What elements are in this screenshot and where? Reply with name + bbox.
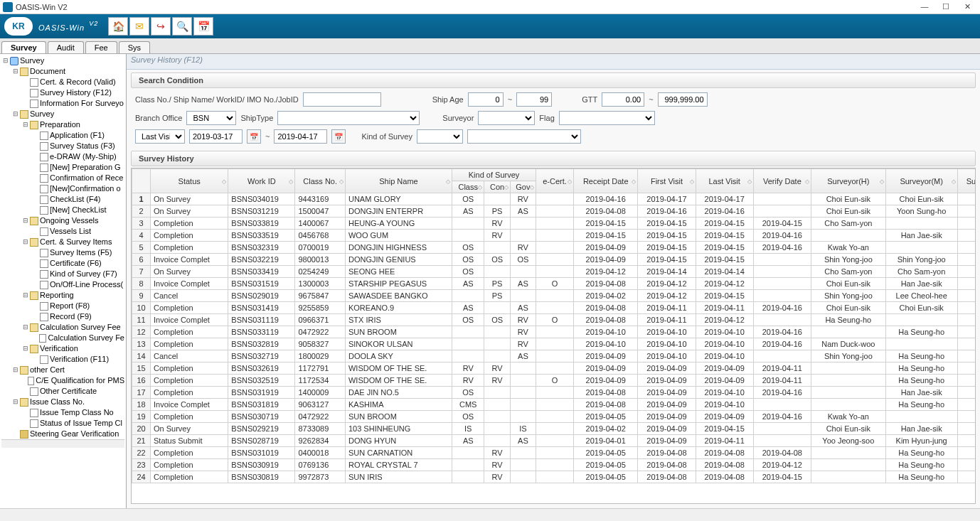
branch-select[interactable]: BSN [186, 111, 236, 125]
col-gov[interactable]: Gov◇ [510, 181, 536, 193]
tree-item[interactable]: Certificate (F6) [33, 258, 124, 269]
col-sj[interactable]: Surveyor(J)◇ [957, 169, 976, 193]
date-to-input[interactable] [274, 129, 327, 144]
col-kind-group[interactable]: Kind of Survey [452, 169, 536, 181]
col-classno[interactable]: Class No.◇ [295, 169, 346, 193]
col-receipt[interactable]: Receipt Date◇ [574, 169, 638, 193]
calendar-icon[interactable]: 📅 [193, 17, 213, 36]
tree-item[interactable]: Application (F1) [33, 130, 124, 141]
tree-other[interactable]: other Cert [13, 365, 124, 375]
exit-icon[interactable]: ↪ [151, 17, 171, 36]
gtt-from-input[interactable] [602, 92, 644, 107]
table-row[interactable]: 18Invoice CompletBSNS0318199063127KASHIM… [132, 399, 976, 411]
table-row[interactable]: 14CancelBSNS0327191800029DOOLA SKYAS2019… [132, 350, 976, 362]
tree-item[interactable]: Vessels List [33, 226, 124, 237]
tree-calc[interactable]: Calculation Survey Fee [23, 322, 124, 333]
tree-item[interactable]: Kind of Survey (F7) [33, 269, 124, 279]
tree-survey-root[interactable]: Survey [3, 55, 124, 66]
table-row[interactable]: 21Status SubmitBSNS0287199262834DONG HYU… [132, 435, 976, 447]
col-class[interactable]: Class◇ [452, 181, 484, 193]
table-row[interactable]: 6Invoice CompletBSNS0322199800013DONGJIN… [132, 254, 976, 266]
tree-item[interactable]: [New] CheckList [33, 205, 124, 215]
tree-item[interactable]: On/Off-Line Process( [33, 279, 124, 290]
tree-item[interactable]: Survey History (F12) [23, 87, 124, 98]
table-row[interactable]: 9CancelBSNS0290199675847SAWASDEE BANGKOP… [132, 290, 976, 302]
col-verify[interactable]: Verify Date◇ [753, 169, 811, 193]
table-row[interactable]: 4CompletionBSNS0335190456768WOO GUMRV201… [132, 230, 976, 242]
tab-fee[interactable]: Fee [85, 41, 117, 53]
table-row[interactable]: 7On SurveyBSNS0334190254249SEONG HEEOS20… [132, 266, 976, 278]
tree-item[interactable]: Information For Surveyo [23, 98, 124, 109]
tree-item[interactable]: Report (F8) [33, 301, 124, 311]
table-row[interactable]: 11Invoice CompletBSNS0311190966371STX IR… [132, 314, 976, 326]
date-from-input[interactable] [189, 129, 243, 144]
visit-select[interactable]: Last Visit [135, 129, 185, 144]
nav-tree[interactable]: Survey Document Cert. & Record (Valid)Su… [0, 54, 127, 508]
tree-survey[interactable]: Survey [13, 109, 124, 119]
shipage-from-input[interactable] [468, 92, 504, 107]
table-row[interactable]: 1On SurveyBSNS0340199443169UNAM GLORYOSR… [132, 193, 976, 205]
window-close[interactable]: ✕ [957, 1, 977, 14]
tree-item[interactable]: Survey Status (F3) [33, 141, 124, 151]
window-maximize[interactable]: ☐ [936, 1, 956, 14]
tab-sys[interactable]: Sys [119, 41, 150, 53]
table-row[interactable]: 23CompletionBSNS0309190769136ROYAL CRYST… [132, 459, 976, 471]
shipage-to-input[interactable] [516, 92, 552, 107]
tree-item[interactable]: Other Certificate [23, 386, 124, 397]
tree-document[interactable]: Document [13, 66, 124, 77]
col-first[interactable]: First Visit◇ [638, 169, 696, 193]
mail-icon[interactable]: ✉ [129, 17, 149, 36]
col-workid[interactable]: Work ID◇ [228, 169, 295, 193]
tree-scrollbar[interactable] [1, 439, 124, 448]
grid-container[interactable]: Status◇ Work ID◇ Class No.◇ Ship Name◇ K… [131, 168, 976, 504]
tree-item[interactable]: Verification (F11) [33, 354, 124, 365]
tab-survey[interactable]: Survey [1, 41, 46, 53]
shiptype-select[interactable] [277, 111, 420, 125]
col-idx[interactable] [132, 169, 151, 193]
table-row[interactable]: 15CompletionBSNS0326191172791WISDOM OF T… [132, 362, 976, 375]
home-icon[interactable]: 🏠 [108, 17, 128, 36]
col-ecert[interactable]: e-Cert.◇ [536, 169, 574, 193]
tab-audit[interactable]: Audit [48, 41, 84, 53]
calendar-from-icon[interactable]: 📅 [247, 129, 261, 144]
table-row[interactable]: 17CompletionBSNS0319191400009DAE JIN NO.… [132, 387, 976, 399]
tree-issue[interactable]: Issue Class No. [13, 397, 124, 407]
tree-item[interactable]: [New]Confirmation o [33, 183, 124, 194]
table-row[interactable]: 12CompletionBSNS0331190472922SUN BROOMRV… [132, 326, 976, 338]
col-last[interactable]: Last Visit◇ [696, 169, 753, 193]
tree-item[interactable]: e-DRAW (My-Ship) [33, 151, 124, 162]
tree-ongoing[interactable]: Ongoing Vessels [23, 215, 124, 226]
tree-verif[interactable]: Verification [23, 343, 124, 354]
tree-item[interactable]: Issue Temp Class No [23, 407, 124, 418]
table-row[interactable]: 13CompletionBSNS0328199058327SINOKOR ULS… [132, 338, 976, 350]
gtt-to-input[interactable] [658, 92, 708, 107]
tree-item[interactable]: Record (F9) [33, 311, 124, 322]
tree-item[interactable]: C/E Qualification for PMS [23, 375, 124, 386]
table-row[interactable]: 3CompletionBSNS0338191400067HEUNG-A YOUN… [132, 217, 976, 230]
col-con[interactable]: Con◇ [484, 181, 510, 193]
table-row[interactable]: 10CompletionBSNS0314199255859KOREANO.9AS… [132, 302, 976, 314]
tree-item[interactable]: Status of Issue Temp Cl [23, 418, 124, 429]
tree-preparation[interactable]: Preparation [23, 119, 124, 130]
table-row[interactable]: 16CompletionBSNS0325191172534WISDOM OF T… [132, 375, 976, 387]
col-shipname[interactable]: Ship Name◇ [345, 169, 452, 193]
table-row[interactable]: 8Invoice CompletBSNS0315191300003STARSHI… [132, 278, 976, 290]
search-icon[interactable]: 🔍 [172, 17, 192, 36]
surveyor-select[interactable] [478, 111, 535, 125]
flag-select[interactable] [559, 111, 655, 125]
tree-item[interactable]: [New] Preparation G [33, 162, 124, 173]
table-row[interactable]: 24CompletionBSNS0308199972873SUN IRISRV2… [132, 471, 976, 483]
tree-item[interactable]: Calculation Survey Fe [33, 333, 124, 343]
table-row[interactable]: 20On SurveyBSNS0292198733089103 SHINHEUN… [132, 423, 976, 435]
col-sm[interactable]: Surveyor(M)◇ [885, 169, 957, 193]
window-minimize[interactable]: — [915, 1, 934, 14]
classno-input[interactable] [303, 92, 381, 107]
tree-item[interactable]: Survey Items (F5) [33, 247, 124, 258]
tree-item[interactable]: Cert. & Record (Valid) [23, 77, 124, 87]
tree-reporting[interactable]: Reporting [23, 290, 124, 301]
tree-item[interactable]: CheckList (F4) [33, 194, 124, 205]
col-sh[interactable]: Surveyor(H)◇ [811, 169, 885, 193]
col-status[interactable]: Status◇ [151, 169, 228, 193]
table-row[interactable]: 19CompletionBSNS0307190472922SUN BROOMOS… [132, 411, 976, 423]
tree-cert-items[interactable]: Cert. & Survey Items [23, 237, 124, 247]
